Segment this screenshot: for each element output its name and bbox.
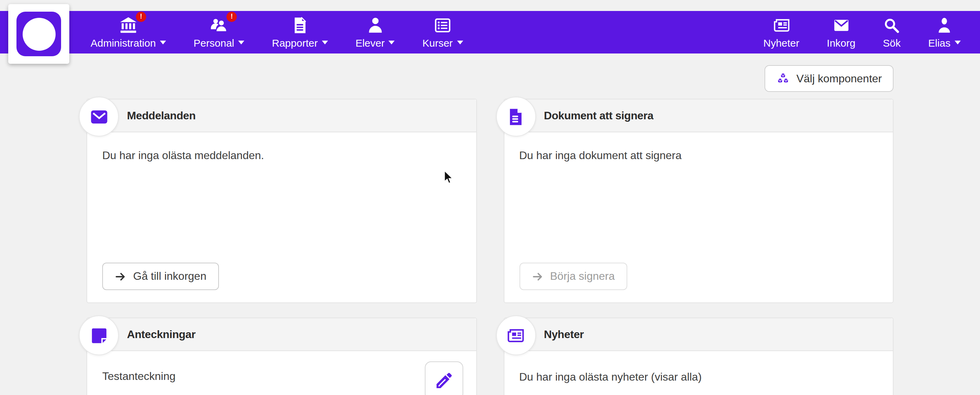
report-document-icon xyxy=(291,16,309,34)
nav-item-inkorg[interactable]: Inkorg xyxy=(813,11,869,54)
chevron-down-icon xyxy=(955,40,961,44)
logo-mark xyxy=(16,12,61,56)
card-title: Anteckningar xyxy=(127,328,196,341)
card-header: Dokument att signera xyxy=(504,100,893,132)
arrow-right-icon xyxy=(531,271,543,282)
button-label: Gå till inkorgen xyxy=(133,270,206,282)
note-item-text: Testanteckning xyxy=(102,370,175,383)
news-icon xyxy=(772,16,790,34)
empty-state-text: Du har inga olästa nyheter (visar alla) xyxy=(519,370,878,384)
card-title: Nyheter xyxy=(544,328,584,341)
nav-label: Elever xyxy=(355,37,395,48)
card-body: Du har inga olästa meddelanden. Gå till … xyxy=(87,132,476,302)
bank-icon: ! xyxy=(119,16,137,34)
card-notes: Anteckningar Testanteckning xyxy=(86,317,477,395)
messages-envelope-icon xyxy=(79,97,119,136)
chevron-down-icon xyxy=(457,40,463,44)
choose-components-button[interactable]: Välj komponenter xyxy=(765,65,894,92)
choose-components-label: Välj komponenter xyxy=(796,72,882,85)
chevron-down-icon xyxy=(389,40,395,44)
widget-grid: Meddelanden Du har inga olästa meddeland… xyxy=(86,99,894,395)
nav-label: Nyheter xyxy=(764,37,800,48)
dashboard-toolbar: Välj komponenter xyxy=(86,65,894,92)
arrow-right-icon xyxy=(115,271,126,282)
card-title: Meddelanden xyxy=(127,109,196,122)
start-signing-button[interactable]: Börja signera xyxy=(519,263,627,290)
card-news: Nyheter Du har inga olästa nyheter (visa… xyxy=(503,317,894,395)
nav-item-kurser[interactable]: Kurser xyxy=(409,11,477,54)
go-to-inbox-button[interactable]: Gå till inkorgen xyxy=(102,263,219,290)
users-icon: ! xyxy=(210,16,228,34)
card-messages: Meddelanden Du har inga olästa meddeland… xyxy=(86,99,477,303)
card-title: Dokument att signera xyxy=(544,109,653,122)
document-icon xyxy=(496,97,536,136)
notification-badge: ! xyxy=(136,11,146,22)
card-header: Meddelanden xyxy=(87,100,476,132)
nav-label: Rapporter xyxy=(272,37,328,48)
nav-label: Inkorg xyxy=(827,37,856,48)
nav-label: Kurser xyxy=(422,37,463,48)
chevron-down-icon xyxy=(160,40,166,44)
nav-label: Administration xyxy=(91,37,166,48)
nav-item-administration[interactable]: ! Administration xyxy=(77,11,180,54)
nav-label: Elias xyxy=(928,37,961,48)
nav-label: Personal xyxy=(194,37,244,48)
card-documents-to-sign: Dokument att signera Du har inga dokumen… xyxy=(503,99,894,303)
card-body: Du har inga olästa nyheter (visar alla) xyxy=(504,351,893,395)
pencil-icon xyxy=(433,370,454,391)
dashboard-content: Välj komponenter Meddelanden Du har inga… xyxy=(86,54,894,395)
card-header: Anteckningar xyxy=(87,318,476,351)
nav-item-elever[interactable]: Elever xyxy=(342,11,409,54)
top-navigation-bar: ! Administration ! xyxy=(0,11,980,54)
nav-item-user-elias[interactable]: Elias xyxy=(915,11,975,54)
empty-state-text: Du har inga olästa meddelanden. xyxy=(102,149,264,163)
card-body: Du har inga dokument att signera Börja s… xyxy=(504,132,893,302)
nav-item-sok[interactable]: Sök xyxy=(869,11,915,54)
search-icon xyxy=(883,16,901,34)
mail-icon xyxy=(832,16,850,34)
student-icon xyxy=(366,16,384,34)
chevron-down-icon xyxy=(322,40,328,44)
notification-badge: ! xyxy=(226,11,237,22)
nav-item-nyheter[interactable]: Nyheter xyxy=(750,11,813,54)
logo-circle xyxy=(22,17,55,51)
card-body: Testanteckning xyxy=(87,351,476,395)
empty-state-text: Du har inga dokument att signera xyxy=(519,149,681,163)
button-label: Börja signera xyxy=(550,270,615,282)
course-list-icon xyxy=(434,16,452,34)
app-logo[interactable] xyxy=(8,4,69,64)
nav-item-personal[interactable]: ! Personal xyxy=(180,11,258,54)
dashboard-page: ! Administration ! xyxy=(0,0,980,395)
user-icon xyxy=(935,16,953,34)
edit-note-button[interactable] xyxy=(425,362,463,395)
utility-menu: Nyheter Inkorg xyxy=(750,11,975,54)
cubes-icon xyxy=(776,71,790,86)
card-header: Nyheter xyxy=(504,318,893,351)
nav-label: Sök xyxy=(883,37,901,48)
note-icon xyxy=(79,316,119,355)
chevron-down-icon xyxy=(239,40,245,44)
news-icon xyxy=(496,316,536,355)
nav-item-rapporter[interactable]: Rapporter xyxy=(258,11,342,54)
main-menu: ! Administration ! xyxy=(77,11,477,54)
